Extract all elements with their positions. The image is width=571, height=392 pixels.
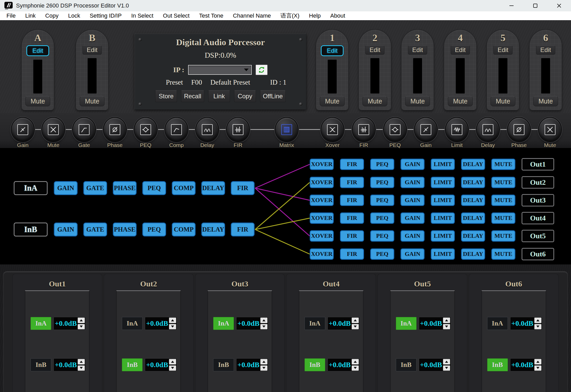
spin-up-button[interactable] — [78, 317, 85, 323]
gain-field[interactable]: +0.0dB — [54, 358, 86, 371]
block-limit-6[interactable]: LIMIT — [431, 248, 455, 260]
block-mute-3[interactable]: MUTE — [491, 195, 515, 206]
output-node-out5[interactable]: Out5 — [522, 230, 554, 242]
block-peq-4[interactable]: PEQ — [370, 212, 394, 224]
mute-button-out-3[interactable]: Mute — [405, 96, 430, 106]
spin-up-button[interactable] — [534, 317, 542, 323]
block-comp-b[interactable]: COMP — [172, 223, 196, 236]
spin-up-button[interactable] — [260, 317, 268, 323]
block-gain-3[interactable]: GAIN — [401, 195, 425, 206]
toolbar-fir-output[interactable]: FIR — [353, 118, 375, 148]
toolbar-peq-input[interactable]: PEQ — [135, 118, 157, 148]
edit-button-out-1[interactable]: Edit — [321, 45, 344, 56]
block-comp-a[interactable]: COMP — [172, 181, 196, 195]
block-mute-1[interactable]: MUTE — [491, 159, 515, 170]
edit-button-out-2[interactable]: Edit — [365, 45, 384, 55]
source-ina-button[interactable]: InA — [396, 317, 417, 330]
block-fir-6[interactable]: FIR — [340, 248, 364, 260]
spin-down-button[interactable] — [352, 365, 359, 371]
source-inb-button[interactable]: InB — [31, 358, 51, 371]
toolbar-fir-input[interactable]: FIR — [227, 118, 249, 148]
fader-out-1[interactable] — [328, 60, 337, 93]
store-button[interactable]: Store — [155, 90, 177, 102]
mute-button-out-1[interactable]: Mute — [320, 96, 345, 106]
spin-up-button[interactable] — [169, 359, 176, 365]
gain-field[interactable]: +0.0dB — [236, 358, 268, 371]
copy-button[interactable]: Copy — [234, 90, 256, 102]
edit-button-in-b[interactable]: Edit — [83, 45, 102, 55]
block-limit-5[interactable]: LIMIT — [431, 230, 455, 242]
spin-down-button[interactable] — [443, 365, 450, 371]
menu-link[interactable]: Link — [25, 12, 35, 19]
spin-up-button[interactable] — [443, 359, 450, 365]
menu-file[interactable]: File — [6, 12, 16, 19]
block-peq-b[interactable]: PEQ — [142, 223, 166, 236]
output-node-out4[interactable]: Out4 — [522, 212, 554, 224]
menu-test-tone[interactable]: Test Tone — [199, 12, 224, 19]
mute-button-out-4[interactable]: Mute — [448, 96, 473, 106]
output-node-out6[interactable]: Out6 — [522, 248, 554, 260]
toolbar-comp[interactable]: Comp — [165, 118, 188, 148]
gain-field[interactable]: +0.0dB — [328, 358, 360, 371]
spin-up-button[interactable] — [534, 359, 542, 365]
source-ina-button[interactable]: InA — [487, 317, 508, 330]
block-peq-2[interactable]: PEQ — [370, 177, 394, 188]
toolbar-peq-output[interactable]: PEQ — [384, 118, 406, 148]
fader-in-a[interactable] — [33, 60, 42, 93]
block-xover-1[interactable]: XOVER — [310, 159, 334, 170]
edit-button-out-4[interactable]: Edit — [451, 45, 470, 55]
block-fir-a[interactable]: FIR — [231, 181, 255, 195]
menu-language[interactable]: 语言(X) — [280, 12, 299, 20]
block-mute-4[interactable]: MUTE — [491, 212, 515, 224]
block-gain-4[interactable]: GAIN — [401, 212, 425, 224]
refresh-button[interactable] — [256, 65, 268, 75]
fader-out-3[interactable] — [413, 58, 422, 93]
block-phase-a[interactable]: PHASE — [113, 181, 137, 195]
menu-lock[interactable]: Lock — [68, 12, 80, 19]
gain-field[interactable]: +0.0dB — [328, 317, 360, 330]
block-mute-6[interactable]: MUTE — [491, 248, 515, 260]
source-ina-button[interactable]: InA — [31, 317, 51, 330]
output-node-out3[interactable]: Out3 — [522, 194, 554, 206]
spin-down-button[interactable] — [534, 324, 542, 330]
source-inb-button[interactable]: InB — [487, 358, 508, 371]
fader-out-5[interactable] — [499, 58, 507, 93]
block-xover-6[interactable]: XOVER — [310, 248, 334, 260]
gain-field[interactable]: +0.0dB — [145, 358, 177, 371]
gain-field[interactable]: +0.0dB — [510, 317, 542, 330]
menu-setting-id-ip[interactable]: Setting ID/IP — [90, 12, 122, 19]
gain-field[interactable]: +0.0dB — [510, 358, 542, 371]
block-delay-5[interactable]: DELAY — [461, 230, 485, 242]
edit-button-out-5[interactable]: Edit — [493, 45, 513, 55]
menu-about[interactable]: About — [330, 12, 345, 19]
block-mute-2[interactable]: MUTE — [491, 177, 515, 188]
source-ina-button[interactable]: InA — [305, 317, 325, 330]
source-ina-button[interactable]: InA — [122, 317, 143, 330]
spin-down-button[interactable] — [260, 365, 268, 371]
block-gain-1[interactable]: GAIN — [401, 159, 425, 170]
block-delay-3[interactable]: DELAY — [461, 195, 485, 206]
input-node-inb[interactable]: InB — [14, 223, 48, 236]
fader-out-2[interactable] — [370, 58, 379, 93]
toolbar-mute-input[interactable]: Mute — [42, 118, 64, 148]
block-gain-5[interactable]: GAIN — [401, 230, 425, 242]
mute-button-in-b[interactable]: Mute — [80, 96, 105, 106]
block-fir-5[interactable]: FIR — [340, 230, 364, 242]
source-ina-button[interactable]: InA — [213, 317, 234, 330]
block-peq-6[interactable]: PEQ — [370, 248, 394, 260]
gain-field[interactable]: +0.0dB — [419, 317, 451, 330]
spin-down-button[interactable] — [169, 365, 176, 371]
block-delay-2[interactable]: DELAY — [461, 177, 485, 188]
recall-button[interactable]: Recall — [181, 90, 204, 102]
fader-out-6[interactable] — [541, 58, 550, 93]
block-phase-b[interactable]: PHASE — [113, 223, 137, 236]
block-limit-2[interactable]: LIMIT — [431, 177, 455, 188]
ip-dropdown[interactable] — [188, 65, 252, 75]
spin-up-button[interactable] — [260, 359, 268, 365]
block-delay-1[interactable]: DELAY — [461, 159, 485, 170]
block-gate-a[interactable]: GATE — [83, 181, 107, 195]
edit-button-in-a[interactable]: Edit — [26, 45, 49, 56]
block-peq-5[interactable]: PEQ — [370, 230, 394, 242]
mute-button-in-a[interactable]: Mute — [25, 96, 50, 106]
block-delay-6[interactable]: DELAY — [461, 248, 485, 260]
